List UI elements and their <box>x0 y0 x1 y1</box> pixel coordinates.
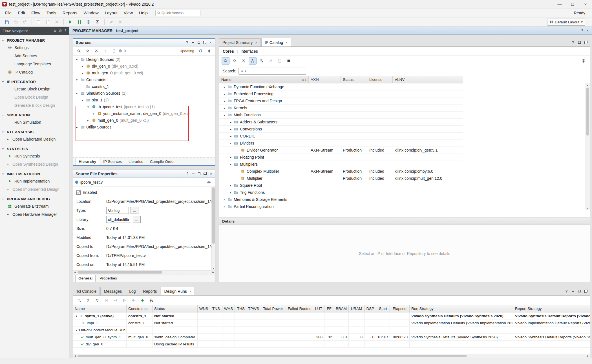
column-bram[interactable]: BRAM <box>334 305 349 312</box>
ip-catalog-row[interactable]: ▸Kernels <box>219 105 590 112</box>
panel-float-icon[interactable] <box>583 40 589 45</box>
fn-section-project-manager[interactable]: ▾PROJECT MANAGER <box>0 37 69 43</box>
tab-ip-sources[interactable]: IP Sources <box>100 158 125 165</box>
expander-icon[interactable]: ▾ <box>81 99 84 102</box>
tab-project-summary[interactable]: Project Summary× <box>219 38 261 46</box>
column-whs[interactable]: WHS <box>222 305 235 312</box>
fn-section-simulation[interactable]: ▾SIMULATION <box>0 112 69 118</box>
column-total-power[interactable]: Total Power <box>260 305 286 312</box>
menu-edit[interactable]: Edit <box>15 9 28 17</box>
expander-icon[interactable]: ▸ <box>92 112 96 115</box>
expander-icon[interactable]: ▸ <box>223 205 226 208</box>
fn-item-language-templates[interactable]: Language Templates <box>0 60 69 68</box>
menu-reports[interactable]: Reports <box>59 9 81 17</box>
properties-panel-header[interactable]: Source File Properties ? × <box>73 170 215 178</box>
minimize-button[interactable]: — <box>553 0 566 8</box>
column-name[interactable]: Name∧1 <box>219 76 309 83</box>
expander-icon[interactable]: ▾ <box>86 105 90 108</box>
tree-item-simulation-sources[interactable]: ▾Simulation Sources(2) <box>73 90 215 97</box>
column-wns[interactable]: WNS <box>198 305 210 312</box>
tree-item-utility-sources[interactable]: ▸Utility Sources <box>73 124 215 130</box>
wrench-icon[interactable] <box>267 57 275 65</box>
tab-ip-catalog[interactable]: IP Catalog× <box>261 38 291 46</box>
menu-help[interactable]: Help <box>136 9 151 17</box>
panel-close-icon[interactable]: × <box>208 171 214 176</box>
ip-catalog-row[interactable]: ▸Dynamic Function eXchange <box>219 83 590 90</box>
tab-hierarchy[interactable]: Hierarchy <box>76 158 99 165</box>
ip-catalog-row[interactable]: ▸FPGA Features and Design <box>219 97 590 105</box>
fn-item-open-synthesized-design[interactable]: ▸Open Synthesized Design <box>0 160 69 168</box>
quick-access-input[interactable] <box>162 11 193 15</box>
library-input[interactable] <box>106 216 131 223</box>
tree-item-tb-ipcore-test[interactable]: ▾tb_ipcore_test(ipcore_test.v) (1) <box>73 103 215 110</box>
rewind-icon[interactable] <box>111 297 119 304</box>
column-constraints[interactable]: Constraints <box>127 305 153 312</box>
panel-float-icon[interactable] <box>583 288 589 294</box>
launch-run-icon[interactable] <box>120 297 128 304</box>
close-icon[interactable]: × <box>286 40 288 45</box>
expander-icon[interactable]: ▸ <box>223 99 226 103</box>
gear-icon[interactable] <box>59 29 62 32</box>
copy-icon[interactable] <box>35 18 43 26</box>
collapse-panel-icon[interactable]: ⇆ <box>54 29 56 33</box>
sources-panel-header[interactable]: Sources ? × <box>73 39 215 46</box>
column-dsp[interactable]: DSP <box>365 305 376 312</box>
fn-item-settings[interactable]: Settings <box>0 43 69 52</box>
fn-section-synthesis[interactable]: ▾SYNTHESIS <box>0 146 69 152</box>
scroll-left-icon[interactable]: ◀ <box>73 270 77 274</box>
help-icon[interactable]: ? <box>581 28 583 33</box>
gear-icon[interactable] <box>205 47 213 55</box>
properties-horizontal-scrollbar[interactable]: ◀ ▶ <box>73 270 215 274</box>
panel-minimize-icon[interactable] <box>190 171 196 176</box>
scroll-down-icon[interactable]: ▼ <box>586 207 589 210</box>
properties-vertical-scrollbar[interactable]: ▼ <box>211 187 215 270</box>
tab-libraries[interactable]: Libraries <box>126 158 146 165</box>
design-runs-horizontal-scrollbar[interactable]: ◀ ▶ <box>73 354 590 358</box>
run-row-impl-1[interactable]: impl_1 constrs_1 Not started Vivado Impl… <box>73 319 590 327</box>
ip-catalog-row[interactable]: ▸Conversions <box>219 126 590 133</box>
details-header[interactable]: Details <box>219 217 590 225</box>
quick-access-search[interactable] <box>155 10 200 16</box>
taxonomy-tree-icon[interactable] <box>249 57 257 65</box>
save-icon[interactable] <box>3 18 11 26</box>
help-icon[interactable]: ? <box>64 29 66 33</box>
create-run-icon[interactable] <box>138 297 146 304</box>
expander-icon[interactable]: ▸ <box>229 156 233 159</box>
ip-catalog-row[interactable]: ▸Partial Reconfiguration <box>219 203 590 210</box>
collapse-all-icon[interactable] <box>231 57 238 65</box>
ip-catalog-vertical-scrollbar[interactable]: ▲ ▼ <box>586 83 590 210</box>
scroll-right-icon[interactable]: ▶ <box>586 354 590 358</box>
type-input[interactable] <box>106 207 129 214</box>
tab-properties[interactable]: Properties <box>97 275 120 281</box>
column-report-strategy[interactable]: Report Strategy <box>513 305 590 312</box>
ip-catalog-row[interactable]: ▾Dividers <box>219 140 590 147</box>
expander-icon[interactable]: ▸ <box>229 121 233 124</box>
tree-item-mult-gen-0[interactable]: ▸mult_gen_0(mult_gen_0.xci) <box>73 70 215 76</box>
tree-item-div-gen-0[interactable]: ▸div_gen_0(div_gen_0.xci) <box>73 63 215 70</box>
back-arrow-icon[interactable]: ← <box>180 179 187 186</box>
fn-item-run-synthesis[interactable]: Run Synthesis <box>0 152 69 160</box>
expander-icon[interactable]: ▾ <box>75 78 79 81</box>
panel-help-icon[interactable]: ? <box>184 40 190 45</box>
ip-catalog-row[interactable]: ▾Multipliers <box>219 161 590 168</box>
ip-catalog-row-divider-generator[interactable]: Divider GeneratorAXI4-StreamProductionIn… <box>219 147 590 154</box>
panel-minimize-icon[interactable] <box>190 40 196 45</box>
column-license[interactable]: License <box>367 76 393 83</box>
expander-icon[interactable]: ▾ <box>223 114 226 117</box>
fn-item-open-implemented-design[interactable]: ▸Open Implemented Design <box>0 185 69 193</box>
expand-all-icon[interactable] <box>93 297 101 304</box>
settings-icon[interactable] <box>85 18 92 26</box>
ip-catalog-row-multiplier[interactable]: MultiplierProductionIncludedxilinx.com:i… <box>219 175 590 182</box>
column-tpws[interactable]: TPWS <box>247 305 260 312</box>
file-icon[interactable] <box>110 47 118 55</box>
fn-item-run-implementation[interactable]: Run Implementation <box>0 177 69 185</box>
run-row-mult-gen-0-synth-1[interactable]: mult_gen_0_synth_1 mult_gen_0 synth_desi… <box>73 334 590 341</box>
library-browse-button[interactable]: ... <box>133 216 141 223</box>
tree-item-constrs-1[interactable]: constrs_1 <box>73 83 215 90</box>
expander-icon[interactable]: ▾ <box>229 142 233 145</box>
expander-icon[interactable]: ▾ <box>75 92 79 95</box>
type-browse-button[interactable]: ... <box>131 207 138 214</box>
stop-icon[interactable] <box>285 57 293 65</box>
skip-to-start-icon[interactable] <box>102 297 110 304</box>
ip-catalog-row[interactable]: ▸CORDIC <box>219 133 590 140</box>
